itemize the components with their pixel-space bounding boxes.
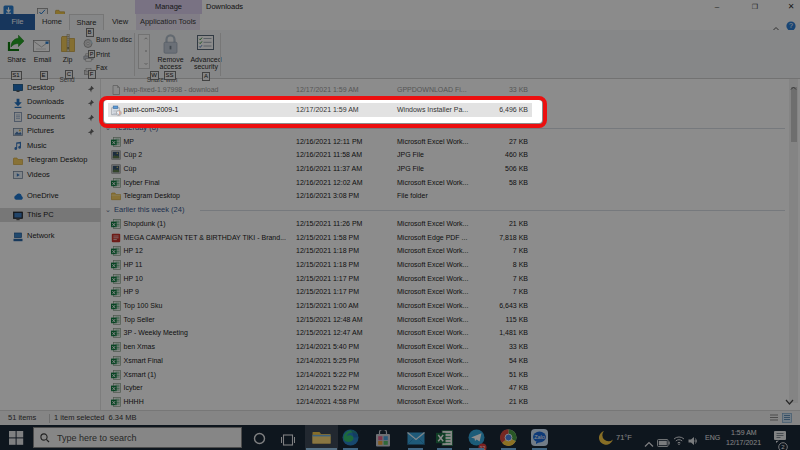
svg-text:?: ? [789,22,793,29]
svg-text:Zalo: Zalo [534,434,545,440]
